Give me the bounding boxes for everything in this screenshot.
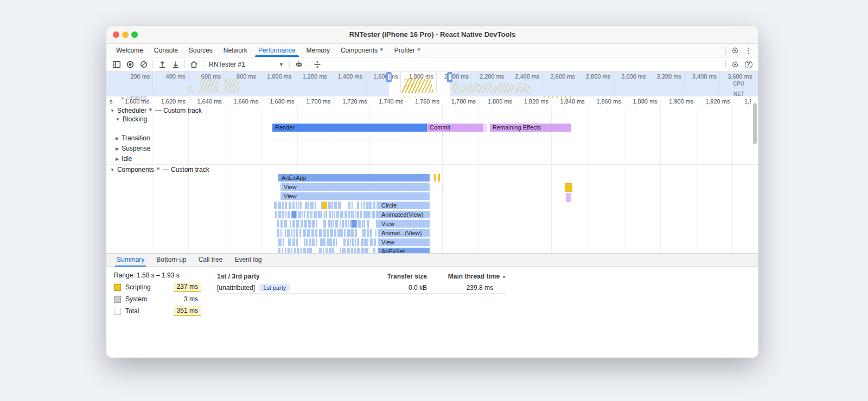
flame-sliver[interactable] [347,238,349,246]
flame-sliver[interactable] [278,211,281,218]
arrows-to-line-icon[interactable] [310,59,324,70]
flame-chart[interactable]: ▼ Scheduler ✱ — Custom track ▼ Blocking … [106,106,758,253]
devtools-tab[interactable]: Welcome ✱ [111,44,149,57]
flame-sliver[interactable] [296,202,297,209]
flame-sliver[interactable] [334,229,336,237]
flame-sliver[interactable] [323,229,326,237]
flame-sliver[interactable] [318,211,321,218]
flame-sliver[interactable] [320,238,322,246]
analysis-tab[interactable]: Summary [111,254,150,266]
flame-sliver[interactable] [291,229,292,237]
flame-sliver[interactable] [335,220,338,228]
flame-sliver[interactable] [304,220,307,228]
flame-sliver[interactable] [305,202,308,209]
flame-sliver[interactable] [323,248,324,253]
flame-sliver[interactable] [278,238,282,246]
flame-sliver[interactable] [287,229,290,237]
flame-sliver[interactable] [357,211,359,218]
flame-sliver[interactable] [275,211,277,218]
flame-sliver[interactable] [340,220,341,228]
short-scripting-event[interactable] [565,183,572,192]
flame-sliver[interactable] [319,248,322,253]
flame-sliver[interactable] [338,202,341,209]
flame-sliver[interactable] [300,202,302,209]
scheduler-lane[interactable]: ▶ Idle [116,155,132,163]
event-bar[interactable]: Render [272,124,427,132]
flame-sliver[interactable] [347,229,350,237]
vertical-scrollbar-thumb[interactable] [753,103,757,144]
flame-sliver[interactable] [357,202,359,209]
flame-sliver[interactable] [329,238,332,246]
flame-sliver[interactable] [337,229,341,237]
flame-sliver[interactable] [292,202,295,209]
flame-sliver[interactable] [274,202,277,209]
flame-sliver[interactable] [285,202,287,209]
selection-handle-left[interactable] [386,72,392,82]
event-bar[interactable]: Commit [427,124,483,132]
col-time-header[interactable]: Main thread time▼ [427,273,506,280]
flame-sliver[interactable] [298,211,301,218]
flame-sliver[interactable] [362,229,366,237]
flame-sliver[interactable] [312,220,315,228]
flame-sliver[interactable] [310,202,314,209]
flame-sliver[interactable] [329,248,331,253]
flame-sliver[interactable] [351,211,353,218]
save-profile-icon[interactable] [169,59,182,70]
flame-sliver[interactable] [354,248,356,253]
flame-sliver[interactable] [285,211,286,218]
flame-sliver[interactable] [278,248,280,253]
flame-sliver[interactable] [341,229,343,237]
component-bar[interactable]: View [378,238,430,246]
flame-sliver[interactable] [333,238,335,246]
zoom-button[interactable] [131,31,138,38]
flame-sliver[interactable] [288,248,290,253]
flame-sliver[interactable] [360,211,362,218]
minimize-button[interactable] [122,31,129,38]
component-bar[interactable]: AnExSet [378,248,430,253]
flame-sliver[interactable] [372,211,375,218]
flame-sliver[interactable] [298,202,299,209]
flame-sliver[interactable] [296,238,298,246]
collect-garbage-icon[interactable] [292,59,305,70]
home-icon[interactable] [187,59,201,70]
analysis-tab[interactable]: Bottom-up [150,254,192,266]
event-bar[interactable]: Remaining Effects [490,124,571,132]
clear-icon[interactable] [137,59,150,70]
flame-sliver[interactable] [288,211,290,218]
flame-sliver[interactable] [280,220,283,228]
components-track-header[interactable]: ▼ Components ✱ — Custom track [110,166,209,173]
flame-sliver[interactable] [309,248,312,253]
flame-sliver[interactable] [309,238,311,246]
scheduler-track-header[interactable]: ▼ Scheduler ✱ — Custom track [110,107,202,114]
col-transfer-header[interactable]: Transfer size [362,273,427,280]
flame-sliver[interactable] [280,229,282,237]
flame-sliver[interactable] [352,202,353,209]
flame-sliver[interactable] [308,202,309,209]
flame-sliver[interactable] [343,238,346,246]
flame-sliver[interactable] [307,248,309,253]
flame-sliver[interactable] [282,248,283,253]
flame-sliver[interactable] [442,183,443,191]
flame-sliver[interactable] [289,202,291,209]
flame-sliver[interactable] [438,174,440,182]
flame-sliver[interactable] [285,248,286,253]
flame-sliver[interactable] [340,248,341,253]
flame-sliver[interactable] [357,238,359,246]
flame-sliver[interactable] [357,248,360,253]
flame-sliver[interactable] [336,238,337,246]
flame-sliver[interactable] [361,238,363,246]
selection-handle-right[interactable] [447,72,452,82]
flame-sliver[interactable] [340,211,343,218]
flame-sliver[interactable] [326,248,328,253]
timeline-overview[interactable]: 200 ms400 ms600 ms800 ms1,000 ms1,200 ms… [106,72,758,96]
component-bar[interactable]: View [378,220,430,228]
flame-sliver[interactable] [342,248,346,253]
record-icon[interactable] [123,59,137,70]
flame-sliver[interactable] [363,238,367,246]
settings-gear-icon[interactable] [728,44,742,56]
flame-sliver[interactable] [307,229,310,237]
help-icon[interactable]: ? [742,59,755,70]
analysis-tab[interactable]: Call tree [193,254,229,266]
flame-sliver[interactable] [304,238,305,246]
flame-sliver[interactable] [310,211,311,218]
